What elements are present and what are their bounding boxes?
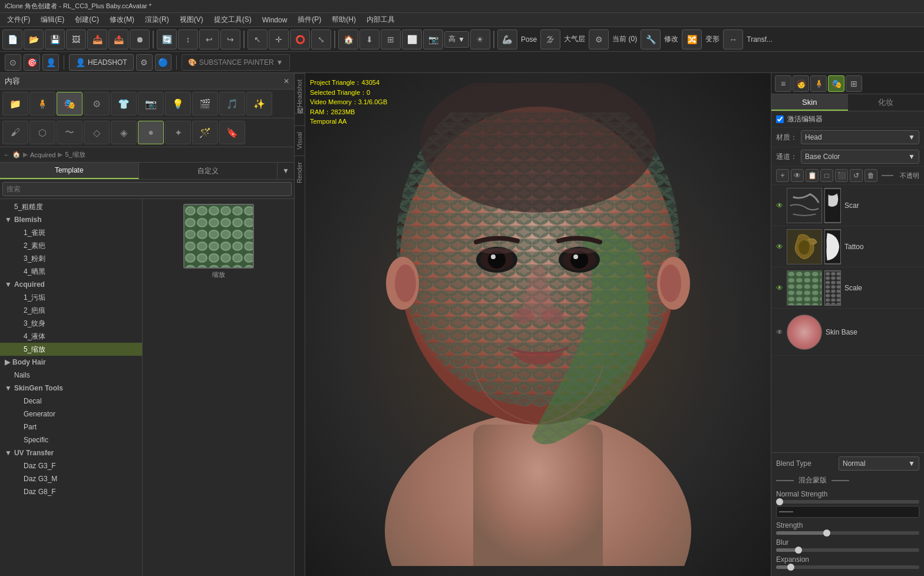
tree-item-scar[interactable]: 2_素疤: [0, 239, 142, 252]
select-btn[interactable]: ↖: [248, 29, 268, 49]
undo-btn[interactable]: ↩: [199, 29, 219, 49]
tree-item-decal[interactable]: Decal: [0, 395, 142, 408]
normal-strength-track[interactable]: [776, 500, 919, 504]
rt-body-icon[interactable]: 🧍: [810, 75, 827, 92]
tb2-btn3[interactable]: 👤: [42, 54, 59, 71]
grid-btn[interactable]: ⊞: [381, 29, 401, 49]
tree-item-roughness[interactable]: 5_粗糙度: [0, 200, 142, 213]
rt-equalizer-icon[interactable]: ≡: [775, 75, 791, 92]
layer-scale[interactable]: 👁: [771, 267, 924, 309]
strength-thumb[interactable]: [823, 529, 830, 537]
layer-tattoo[interactable]: 👁 Tatto: [771, 226, 924, 267]
props-icon-btn[interactable]: ⚙: [84, 92, 110, 115]
activate-editor-checkbox[interactable]: [776, 115, 784, 123]
rt-person-icon[interactable]: 🧑: [793, 75, 809, 92]
menu-modify[interactable]: 修改(M): [105, 14, 139, 26]
redo-btn[interactable]: ↪: [220, 29, 240, 49]
tree-item-tattoo[interactable]: 3_纹身: [0, 317, 142, 330]
bc-back-icon[interactable]: ←: [4, 151, 10, 158]
atmosphere-icon[interactable]: 🌫: [540, 29, 560, 49]
record-btn[interactable]: ⏺: [130, 29, 150, 49]
side-tab-visual[interactable]: Visual: [295, 125, 305, 155]
send-btn[interactable]: 📤: [108, 29, 128, 49]
settings-icon[interactable]: ⚙: [589, 29, 609, 49]
move2-btn[interactable]: ✛: [269, 29, 289, 49]
empty-layer-btn[interactable]: □: [820, 169, 833, 182]
bc-acquired[interactable]: Acquired: [30, 151, 55, 158]
channel-dropdown[interactable]: Base Color ▼: [801, 150, 919, 164]
tree-item-daz-g3m[interactable]: Daz G3_M: [0, 472, 142, 485]
tree-item-wound[interactable]: 2_疤痕: [0, 304, 142, 317]
circle-icon-btn[interactable]: ●: [138, 121, 164, 144]
skin-base-item[interactable]: 👁 Skin Base: [771, 309, 924, 356]
menu-edit[interactable]: 编辑(E): [36, 14, 69, 26]
curve-icon-btn[interactable]: 〜: [57, 121, 82, 144]
diamond2-icon-btn[interactable]: ◈: [111, 121, 137, 144]
menu-render[interactable]: 渲染(R): [140, 14, 174, 26]
layer-scar[interactable]: 👁 Scar: [771, 185, 924, 226]
tree-item-specific[interactable]: Specific: [0, 433, 142, 446]
tree-item-acne[interactable]: 3_粉刺: [0, 252, 142, 265]
tree-item-daz-g8f[interactable]: Daz G8_F: [0, 485, 142, 498]
pose-icon[interactable]: 🦾: [497, 29, 517, 49]
modify-icon[interactable]: 🔧: [641, 29, 661, 49]
diamond-icon-btn[interactable]: ◇: [84, 121, 110, 144]
import-btn[interactable]: 📥: [87, 29, 107, 49]
tb2-btn2[interactable]: 🎯: [24, 54, 40, 71]
folder-icon-btn[interactable]: 📁: [2, 92, 28, 115]
shape-icon-btn[interactable]: ⬡: [29, 121, 55, 144]
expansion-track[interactable]: [776, 565, 919, 569]
menu-window[interactable]: Window: [258, 15, 292, 25]
bc-home-icon[interactable]: 🏠: [12, 151, 21, 158]
transform-icon[interactable]: 🔀: [682, 29, 702, 49]
rt-skin-icon[interactable]: 🎭: [828, 75, 844, 92]
light-icon-btn[interactable]: 💡: [165, 92, 191, 115]
blur-track[interactable]: [776, 548, 919, 552]
camera-btn[interactable]: 📷: [423, 29, 443, 49]
quality-dropdown[interactable]: 高▼: [444, 31, 469, 48]
expansion-thumb[interactable]: [787, 564, 794, 571]
blur-thumb[interactable]: [795, 547, 802, 554]
menu-create[interactable]: 创建(C): [70, 14, 104, 26]
tab-custom[interactable]: 自定义: [139, 163, 278, 179]
thumbnail-scale[interactable]: 缩放: [147, 204, 289, 279]
mask-layer-btn[interactable]: ⬛: [835, 169, 848, 182]
cloth-icon-btn[interactable]: 👕: [111, 92, 137, 115]
substance-button[interactable]: 🎨 SUBSTANCE PAINTER ▼: [182, 54, 290, 71]
blend-type-dropdown[interactable]: Normal ▼: [839, 456, 919, 471]
tab-template[interactable]: Template: [0, 163, 139, 179]
menu-file[interactable]: 文件(F): [2, 14, 35, 26]
tree-item-dirt[interactable]: 1_污垢: [0, 291, 142, 304]
anim-icon-btn[interactable]: 🎬: [192, 92, 218, 115]
delete-layer-btn[interactable]: 🗑: [864, 169, 877, 182]
side-tab-content[interactable]: 内容: [295, 113, 305, 125]
menu-internal[interactable]: 内部工具: [362, 14, 400, 26]
tree-item-generator[interactable]: Generator: [0, 408, 142, 421]
stamp-icon-btn[interactable]: 🔖: [219, 121, 245, 144]
actor-icon-btn[interactable]: 🧍: [29, 92, 55, 115]
save-btn[interactable]: 💾: [45, 29, 65, 49]
open-btn[interactable]: 📂: [24, 29, 44, 49]
bc-item[interactable]: 5_缩放: [65, 150, 85, 159]
tab-expand-icon[interactable]: ▼: [278, 163, 294, 179]
transfer-icon[interactable]: ↔: [723, 29, 743, 49]
side-tab-render[interactable]: Render: [295, 155, 305, 189]
tree-group-uvtransfer[interactable]: ▼UV Transfer: [0, 446, 142, 459]
move-btn[interactable]: ↕: [178, 29, 198, 49]
3d-viewport[interactable]: [305, 73, 771, 576]
menu-submit[interactable]: 提交工具(S): [209, 14, 256, 26]
close-icon[interactable]: ✕: [283, 77, 289, 85]
refresh-layer-btn[interactable]: ↺: [850, 169, 863, 182]
scale-btn[interactable]: ⤡: [311, 29, 331, 49]
tb2-btn5[interactable]: 🔵: [155, 54, 171, 71]
export-btn[interactable]: 🖼: [66, 29, 86, 49]
search-input[interactable]: [2, 182, 292, 196]
eye-layer-btn[interactable]: 👁: [791, 169, 804, 182]
headshot-button[interactable]: 👤 HEADSHOT: [69, 54, 134, 71]
orbit-btn[interactable]: ⭕: [290, 29, 310, 49]
rt-checker-icon[interactable]: ⊞: [846, 75, 862, 92]
brush-icon-btn[interactable]: 🖌: [2, 121, 28, 144]
tree-group-skingen[interactable]: ▼SkinGen Tools: [0, 382, 142, 395]
strength-track[interactable]: [776, 531, 919, 535]
tree-group-bodyhair[interactable]: ▶Body Hair: [0, 356, 142, 369]
